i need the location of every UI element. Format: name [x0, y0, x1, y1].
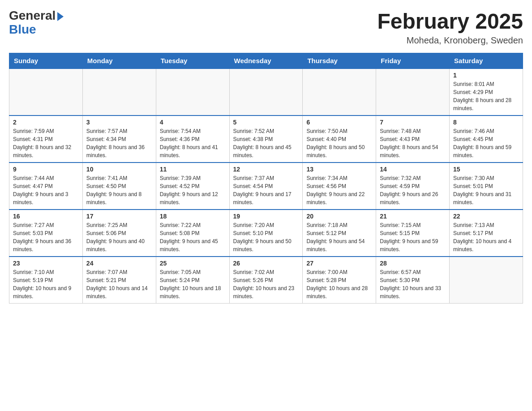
day-number: 12: [233, 166, 299, 173]
day-info: Sunrise: 7:05 AMSunset: 5:24 PMDaylight:…: [160, 268, 226, 300]
table-row: 2Sunrise: 7:59 AMSunset: 4:31 PMDaylight…: [9, 116, 83, 163]
day-info: Sunrise: 7:39 AMSunset: 4:52 PMDaylight:…: [160, 174, 226, 206]
day-number: 16: [13, 213, 79, 220]
calendar-week-row: 1Sunrise: 8:01 AMSunset: 4:29 PMDaylight…: [9, 68, 523, 116]
day-info: Sunrise: 7:48 AMSunset: 4:43 PMDaylight:…: [380, 127, 446, 159]
day-info: Sunrise: 7:22 AMSunset: 5:08 PMDaylight:…: [160, 221, 226, 253]
day-number: 28: [380, 260, 446, 267]
table-row: 1Sunrise: 8:01 AMSunset: 4:29 PMDaylight…: [450, 68, 523, 116]
table-row: 20Sunrise: 7:18 AMSunset: 5:12 PMDayligh…: [303, 210, 376, 257]
day-info: Sunrise: 7:13 AMSunset: 5:17 PMDaylight:…: [453, 221, 519, 253]
day-number: 1: [453, 72, 519, 79]
table-row: 15Sunrise: 7:30 AMSunset: 5:01 PMDayligh…: [450, 163, 523, 210]
col-saturday: Saturday: [450, 53, 523, 69]
table-row: [9, 68, 83, 116]
day-number: 9: [13, 166, 79, 173]
day-info: Sunrise: 6:57 AMSunset: 5:30 PMDaylight:…: [380, 268, 446, 300]
day-info: Sunrise: 7:25 AMSunset: 5:06 PMDaylight:…: [86, 221, 152, 253]
calendar-week-row: 2Sunrise: 7:59 AMSunset: 4:31 PMDaylight…: [9, 116, 523, 163]
logo: General Blue: [9, 9, 64, 37]
day-info: Sunrise: 7:41 AMSunset: 4:50 PMDaylight:…: [86, 174, 152, 206]
day-info: Sunrise: 7:30 AMSunset: 5:01 PMDaylight:…: [453, 174, 519, 206]
day-info: Sunrise: 7:32 AMSunset: 4:59 PMDaylight:…: [380, 174, 446, 206]
day-number: 15: [453, 166, 519, 173]
day-number: 13: [306, 166, 372, 173]
table-row: 28Sunrise: 6:57 AMSunset: 5:30 PMDayligh…: [376, 257, 450, 304]
table-row: 21Sunrise: 7:15 AMSunset: 5:15 PMDayligh…: [376, 210, 450, 257]
table-row: [82, 68, 156, 116]
day-info: Sunrise: 7:07 AMSunset: 5:21 PMDaylight:…: [86, 268, 152, 300]
page-header: General Blue February 2025 Moheda, Krono…: [9, 9, 523, 46]
table-row: 7Sunrise: 7:48 AMSunset: 4:43 PMDaylight…: [376, 116, 450, 163]
day-number: 11: [160, 166, 226, 173]
title-section: February 2025 Moheda, Kronoberg, Sweden: [377, 9, 523, 46]
col-friday: Friday: [376, 53, 450, 69]
day-number: 21: [380, 213, 446, 220]
table-row: 23Sunrise: 7:10 AMSunset: 5:19 PMDayligh…: [9, 257, 83, 304]
day-info: Sunrise: 7:27 AMSunset: 5:03 PMDaylight:…: [13, 221, 79, 253]
table-row: 18Sunrise: 7:22 AMSunset: 5:08 PMDayligh…: [156, 210, 229, 257]
calendar-header-row: Sunday Monday Tuesday Wednesday Thursday…: [9, 53, 523, 69]
table-row: 10Sunrise: 7:41 AMSunset: 4:50 PMDayligh…: [82, 163, 156, 210]
calendar-week-row: 23Sunrise: 7:10 AMSunset: 5:19 PMDayligh…: [9, 257, 523, 304]
day-number: 23: [13, 260, 79, 267]
day-number: 8: [453, 119, 519, 126]
col-sunday: Sunday: [9, 53, 83, 69]
month-title: February 2025: [377, 9, 523, 34]
table-row: 12Sunrise: 7:37 AMSunset: 4:54 PMDayligh…: [229, 163, 303, 210]
col-monday: Monday: [82, 53, 156, 69]
day-number: 24: [86, 260, 152, 267]
table-row: [376, 68, 450, 116]
table-row: [450, 257, 523, 304]
day-info: Sunrise: 7:37 AMSunset: 4:54 PMDaylight:…: [233, 174, 299, 206]
col-tuesday: Tuesday: [156, 53, 229, 69]
table-row: 13Sunrise: 7:34 AMSunset: 4:56 PMDayligh…: [303, 163, 376, 210]
table-row: 14Sunrise: 7:32 AMSunset: 4:59 PMDayligh…: [376, 163, 450, 210]
table-row: 22Sunrise: 7:13 AMSunset: 5:17 PMDayligh…: [450, 210, 523, 257]
day-number: 18: [160, 213, 226, 220]
table-row: 11Sunrise: 7:39 AMSunset: 4:52 PMDayligh…: [156, 163, 229, 210]
day-info: Sunrise: 7:57 AMSunset: 4:34 PMDaylight:…: [86, 127, 152, 159]
table-row: 3Sunrise: 7:57 AMSunset: 4:34 PMDaylight…: [82, 116, 156, 163]
table-row: 4Sunrise: 7:54 AMSunset: 4:36 PMDaylight…: [156, 116, 229, 163]
logo-arrow-icon: [57, 12, 64, 21]
day-number: 6: [306, 119, 372, 126]
table-row: 8Sunrise: 7:46 AMSunset: 4:45 PMDaylight…: [450, 116, 523, 163]
day-info: Sunrise: 7:44 AMSunset: 4:47 PMDaylight:…: [13, 174, 79, 206]
day-number: 20: [306, 213, 372, 220]
day-info: Sunrise: 7:34 AMSunset: 4:56 PMDaylight:…: [306, 174, 372, 206]
day-number: 27: [306, 260, 372, 267]
calendar-week-row: 16Sunrise: 7:27 AMSunset: 5:03 PMDayligh…: [9, 210, 523, 257]
day-info: Sunrise: 7:02 AMSunset: 5:26 PMDaylight:…: [233, 268, 299, 300]
calendar-table: Sunday Monday Tuesday Wednesday Thursday…: [9, 53, 523, 304]
day-number: 7: [380, 119, 446, 126]
day-info: Sunrise: 7:18 AMSunset: 5:12 PMDaylight:…: [306, 221, 372, 253]
day-number: 4: [160, 119, 226, 126]
day-info: Sunrise: 7:00 AMSunset: 5:28 PMDaylight:…: [306, 268, 372, 300]
day-number: 5: [233, 119, 299, 126]
location: Moheda, Kronoberg, Sweden: [377, 35, 523, 46]
day-info: Sunrise: 7:50 AMSunset: 4:40 PMDaylight:…: [306, 127, 372, 159]
day-info: Sunrise: 7:10 AMSunset: 5:19 PMDaylight:…: [13, 268, 79, 300]
table-row: 26Sunrise: 7:02 AMSunset: 5:26 PMDayligh…: [229, 257, 303, 304]
day-number: 19: [233, 213, 299, 220]
day-info: Sunrise: 7:46 AMSunset: 4:45 PMDaylight:…: [453, 127, 519, 159]
table-row: 17Sunrise: 7:25 AMSunset: 5:06 PMDayligh…: [82, 210, 156, 257]
table-row: 25Sunrise: 7:05 AMSunset: 5:24 PMDayligh…: [156, 257, 229, 304]
table-row: 24Sunrise: 7:07 AMSunset: 5:21 PMDayligh…: [82, 257, 156, 304]
table-row: 5Sunrise: 7:52 AMSunset: 4:38 PMDaylight…: [229, 116, 303, 163]
day-info: Sunrise: 7:20 AMSunset: 5:10 PMDaylight:…: [233, 221, 299, 253]
day-number: 26: [233, 260, 299, 267]
table-row: [303, 68, 376, 116]
table-row: 6Sunrise: 7:50 AMSunset: 4:40 PMDaylight…: [303, 116, 376, 163]
day-info: Sunrise: 7:15 AMSunset: 5:15 PMDaylight:…: [380, 221, 446, 253]
table-row: 27Sunrise: 7:00 AMSunset: 5:28 PMDayligh…: [303, 257, 376, 304]
day-number: 25: [160, 260, 226, 267]
day-number: 3: [86, 119, 152, 126]
logo-general-text: General: [9, 9, 56, 22]
day-info: Sunrise: 7:52 AMSunset: 4:38 PMDaylight:…: [233, 127, 299, 159]
table-row: 16Sunrise: 7:27 AMSunset: 5:03 PMDayligh…: [9, 210, 83, 257]
table-row: [156, 68, 229, 116]
day-number: 10: [86, 166, 152, 173]
day-number: 17: [86, 213, 152, 220]
